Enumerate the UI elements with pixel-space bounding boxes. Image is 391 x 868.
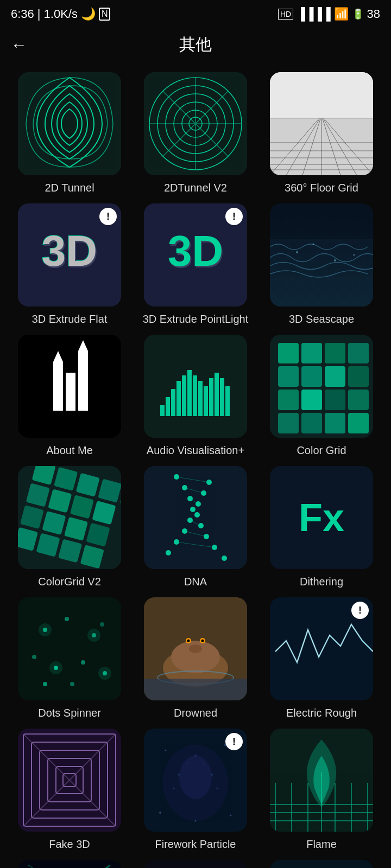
time: 6:36 xyxy=(11,7,34,21)
list-item[interactable]: Dots Spinner xyxy=(11,597,128,720)
nfc-icon: N xyxy=(99,8,111,21)
svg-rect-41 xyxy=(53,362,63,411)
list-item[interactable]: 2DTunnel V2 xyxy=(137,72,254,195)
item-label: 3D Extrude PointLight xyxy=(143,312,249,326)
svg-rect-53 xyxy=(193,375,197,416)
list-item[interactable]: Flame xyxy=(263,729,380,851)
svg-point-38 xyxy=(354,254,355,256)
item-label: Dots Spinner xyxy=(38,706,101,720)
svg-rect-121 xyxy=(18,597,121,700)
status-left: 6:36 | 1.0K/s 🌙 N xyxy=(11,7,110,21)
svg-rect-197 xyxy=(270,860,373,868)
svg-rect-48 xyxy=(166,397,170,416)
svg-rect-74 xyxy=(301,413,322,433)
list-item[interactable]: ! Electric Rough xyxy=(263,597,380,720)
svg-rect-52 xyxy=(187,370,192,416)
svg-rect-95 xyxy=(144,466,247,569)
svg-point-135 xyxy=(98,667,111,680)
item-label: 360° Floor Grid xyxy=(285,181,358,195)
signal-icon: ▐▐▐▐ xyxy=(297,7,330,21)
svg-rect-71 xyxy=(325,390,345,410)
warning-badge: ! xyxy=(225,208,243,225)
svg-rect-69 xyxy=(278,390,299,410)
svg-rect-59 xyxy=(225,386,230,416)
svg-rect-62 xyxy=(301,343,322,363)
svg-point-172 xyxy=(159,812,161,814)
wifi-icon: 📶 xyxy=(334,7,349,21)
svg-rect-68 xyxy=(348,366,369,387)
svg-rect-49 xyxy=(171,389,175,416)
list-item[interactable]: Color Grid xyxy=(263,335,380,457)
list-item[interactable]: Drowned xyxy=(137,597,254,720)
list-item[interactable]: ! 3D 3D 3D Extrude PointLight xyxy=(137,203,254,326)
svg-rect-67 xyxy=(325,366,345,387)
item-label: Color Grid xyxy=(297,443,346,457)
svg-point-132 xyxy=(39,623,52,636)
back-button[interactable]: ← xyxy=(11,36,27,54)
svg-rect-42 xyxy=(66,373,75,411)
svg-text:3D: 3D xyxy=(42,227,97,275)
list-item[interactable]: Fake 3D xyxy=(11,729,128,851)
svg-point-130 xyxy=(43,682,47,686)
item-label: Drowned xyxy=(174,706,217,720)
item-label: Audio Visualisation+ xyxy=(147,443,244,457)
svg-rect-58 xyxy=(220,378,224,416)
list-item[interactable]: 2D Tunnel xyxy=(11,72,128,195)
status-right: HD ▐▐▐▐ 📶 🔋 38 xyxy=(278,7,380,21)
list-item[interactable]: ! xyxy=(137,729,254,851)
svg-text:3D: 3D xyxy=(168,227,223,275)
svg-point-134 xyxy=(87,629,100,642)
svg-rect-39 xyxy=(270,203,373,239)
list-item[interactable]: Audio Visualisation+ xyxy=(137,335,254,457)
item-label: 2DTunnel V2 xyxy=(164,181,227,195)
svg-rect-76 xyxy=(348,413,369,433)
svg-rect-185 xyxy=(18,860,121,868)
item-label: Electric Rough xyxy=(286,706,357,720)
svg-point-168 xyxy=(179,756,212,799)
svg-rect-72 xyxy=(348,390,369,410)
svg-point-173 xyxy=(195,820,197,822)
svg-rect-75 xyxy=(325,413,345,433)
list-item[interactable]: ! 3D 3D 3D 3D Extrude Flat xyxy=(11,203,128,326)
svg-rect-146 xyxy=(144,679,247,700)
svg-point-127 xyxy=(81,660,85,665)
list-item[interactable]: Fx Dithering xyxy=(263,466,380,589)
svg-point-133 xyxy=(49,661,62,674)
item-label: Flame xyxy=(306,837,337,851)
list-item[interactable]: Galaxy xyxy=(11,860,128,868)
list-item[interactable]: DNA xyxy=(137,466,254,589)
svg-point-123 xyxy=(65,617,69,621)
svg-rect-54 xyxy=(198,381,203,416)
svg-rect-66 xyxy=(301,366,322,387)
status-bar: 6:36 | 1.0K/s 🌙 N HD ▐▐▐▐ 📶 🔋 38 xyxy=(0,0,391,28)
svg-point-37 xyxy=(313,244,314,245)
list-item[interactable]: ColorGrid V2 xyxy=(11,466,128,589)
svg-rect-25 xyxy=(270,72,373,118)
svg-point-144 xyxy=(189,644,202,653)
svg-rect-56 xyxy=(209,378,213,416)
svg-rect-65 xyxy=(278,366,299,387)
svg-point-111 xyxy=(222,556,227,561)
warning-badge: ! xyxy=(99,208,117,225)
svg-text:Fx: Fx xyxy=(299,496,344,539)
warning-badge: ! xyxy=(225,733,243,750)
svg-rect-51 xyxy=(182,375,186,416)
list-item[interactable]: HDR Quality HDR Quality CC xyxy=(137,860,254,868)
list-item[interactable]: About Me xyxy=(11,335,128,457)
header: ← 其他 xyxy=(0,28,391,67)
svg-rect-61 xyxy=(278,343,299,363)
list-item[interactable]: 3D Seascape xyxy=(263,203,380,326)
network-speed: | xyxy=(37,7,41,21)
item-label: DNA xyxy=(184,575,207,589)
svg-point-125 xyxy=(32,655,36,659)
svg-rect-70 xyxy=(301,390,322,410)
svg-point-169 xyxy=(165,750,167,751)
list-item[interactable]: HighTech Tunnel xyxy=(263,860,380,868)
svg-rect-194 xyxy=(144,860,247,868)
item-label: Fake 3D xyxy=(49,837,90,851)
svg-point-35 xyxy=(296,251,298,253)
battery-icon: 🔋 xyxy=(352,8,364,20)
svg-rect-43 xyxy=(78,351,88,411)
list-item[interactable]: 360° Floor Grid xyxy=(263,72,380,195)
item-label: 3D Seascape xyxy=(289,312,354,326)
